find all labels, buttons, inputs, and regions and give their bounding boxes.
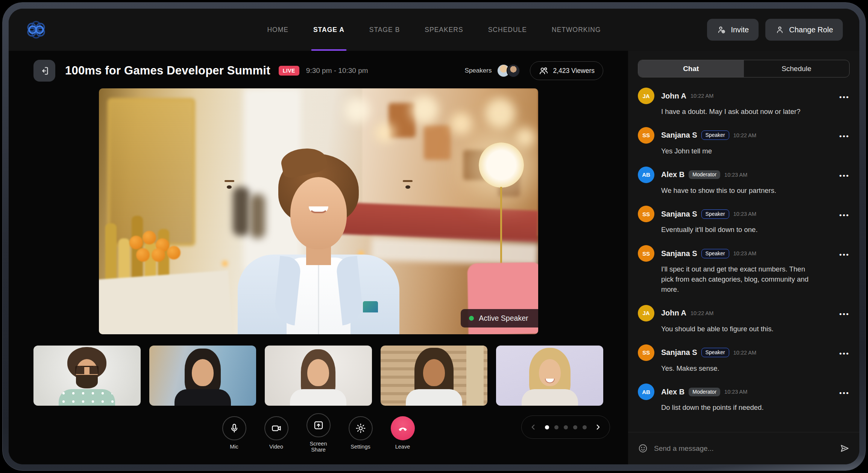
message-text: We have to show this to our partners. bbox=[661, 186, 829, 196]
send-message-button[interactable] bbox=[839, 443, 850, 453]
nav-tab-stage-b[interactable]: STAGE B bbox=[369, 9, 400, 51]
message-timestamp: 10:23 AM bbox=[724, 389, 747, 395]
participant-video-tile[interactable] bbox=[33, 346, 141, 406]
change-role-button[interactable]: Change Role bbox=[765, 19, 843, 41]
pager-dots bbox=[545, 425, 587, 429]
pager-dot[interactable] bbox=[554, 425, 558, 429]
message-menu-icon[interactable]: ••• bbox=[839, 305, 850, 321]
leave-stage-button[interactable] bbox=[33, 60, 55, 82]
nav-tab-schedule[interactable]: SCHEDULE bbox=[488, 9, 527, 51]
screen-share-button[interactable]: Screen Share bbox=[302, 413, 335, 453]
avatar: SS bbox=[638, 245, 654, 262]
sender-name: John A bbox=[661, 92, 686, 100]
sender-name: Sanjana S bbox=[661, 348, 697, 357]
participant-strip bbox=[33, 346, 603, 406]
app-screen: HOME STAGE A STAGE B SPEAKERS SCHEDULE N… bbox=[9, 9, 859, 464]
nav-tab-stage-a[interactable]: STAGE A bbox=[313, 9, 344, 51]
sender-name: Sanjana S bbox=[661, 249, 697, 258]
message-text: Do list down the points if needed. bbox=[661, 403, 829, 413]
message-timestamp: 10:23 AM bbox=[724, 172, 747, 178]
screen-share-icon bbox=[313, 420, 324, 431]
pager-dot[interactable] bbox=[583, 425, 587, 429]
message-timestamp: 10:23 AM bbox=[733, 211, 756, 217]
participant-video-tile[interactable] bbox=[149, 346, 256, 406]
message-menu-icon[interactable]: ••• bbox=[839, 88, 850, 104]
message-text: Yes John tell me bbox=[661, 146, 829, 156]
screen-share-label: Screen Share bbox=[302, 441, 335, 453]
message-menu-icon[interactable]: ••• bbox=[839, 206, 850, 222]
leave-button[interactable]: Leave bbox=[387, 413, 419, 453]
message-menu-icon[interactable]: ••• bbox=[839, 127, 850, 144]
invite-button[interactable]: Invite bbox=[707, 19, 759, 41]
pager-dot[interactable] bbox=[545, 425, 549, 429]
settings-button[interactable]: Settings bbox=[344, 413, 377, 453]
message-menu-icon[interactable]: ••• bbox=[839, 245, 850, 262]
pager-prev-button[interactable] bbox=[529, 423, 537, 431]
speakers-label: Speakers bbox=[465, 67, 492, 74]
sender-name: Sanjana S bbox=[661, 131, 697, 139]
message-timestamp: 10:22 AM bbox=[733, 350, 756, 356]
call-controls: Mic Video bbox=[9, 413, 628, 464]
stage-header: 100ms for Games Developer Summit LIVE 9:… bbox=[33, 58, 603, 83]
chat-panel: Chat Schedule JA John A 10:22 AM ••• I h… bbox=[628, 51, 859, 464]
viewers-count-button[interactable]: 2,423 Viewers bbox=[530, 61, 603, 80]
sender-name: Alex B bbox=[661, 170, 684, 179]
role-badge: Moderator bbox=[689, 170, 720, 179]
main-stage-video[interactable]: Active Speaker bbox=[99, 88, 538, 334]
participant-video-tile[interactable] bbox=[265, 346, 372, 406]
avatar: JA bbox=[638, 88, 654, 104]
people-icon bbox=[539, 66, 549, 76]
chat-message: SS Sanjana S Speaker 10:22 AM ••• Yes. M… bbox=[638, 344, 850, 374]
settings-gear-icon bbox=[355, 423, 366, 434]
mic-label: Mic bbox=[218, 444, 250, 450]
nav-tab-networking[interactable]: NETWORKING bbox=[552, 9, 601, 51]
send-icon bbox=[839, 443, 850, 453]
video-button[interactable]: Video bbox=[260, 413, 293, 453]
message-menu-icon[interactable]: ••• bbox=[839, 167, 850, 183]
leave-label: Leave bbox=[387, 444, 419, 450]
pager-dot[interactable] bbox=[564, 425, 568, 429]
message-text: I have a doubt. May I ask about now or l… bbox=[661, 107, 829, 117]
chat-message: SS Sanjana S Speaker 10:23 AM ••• I'll s… bbox=[638, 245, 850, 294]
chat-message: AB Alex B Moderator 10:23 AM ••• Do list… bbox=[638, 384, 850, 413]
role-badge: Moderator bbox=[689, 388, 720, 396]
participant-pager bbox=[521, 415, 610, 439]
change-role-label: Change Role bbox=[789, 26, 833, 34]
message-menu-icon[interactable]: ••• bbox=[839, 344, 850, 361]
participant-video-tile[interactable] bbox=[496, 346, 603, 406]
tab-schedule[interactable]: Schedule bbox=[744, 60, 850, 77]
message-input[interactable] bbox=[654, 444, 833, 453]
message-menu-icon[interactable]: ••• bbox=[839, 384, 850, 400]
active-speaker-illustration bbox=[213, 154, 424, 334]
message-timestamp: 10:22 AM bbox=[733, 132, 756, 138]
role-badge: Speaker bbox=[701, 209, 729, 219]
invite-label: Invite bbox=[731, 26, 749, 34]
chat-message: AB Alex B Moderator 10:23 AM ••• We have… bbox=[638, 167, 850, 196]
message-text: Eventually it'll boil down to one. bbox=[661, 225, 829, 235]
pager-next-button[interactable] bbox=[594, 423, 602, 431]
message-text: Yes. Makes sense. bbox=[661, 364, 829, 374]
sender-name: Sanjana S bbox=[661, 210, 697, 218]
session-time: 9:30 pm - 10:30 pm bbox=[306, 67, 368, 75]
participant-video-tile[interactable] bbox=[381, 346, 488, 406]
chat-schedule-tabs: Chat Schedule bbox=[638, 60, 850, 77]
video-label: Video bbox=[260, 444, 293, 450]
video-camera-icon bbox=[271, 423, 282, 434]
chat-message: JA John A 10:22 AM ••• I have a doubt. M… bbox=[638, 88, 850, 117]
role-badge: Speaker bbox=[701, 130, 729, 140]
tab-chat[interactable]: Chat bbox=[638, 60, 744, 77]
nav-tab-home[interactable]: HOME bbox=[267, 9, 288, 51]
mic-icon bbox=[229, 423, 240, 434]
emoji-button[interactable] bbox=[638, 443, 648, 453]
chevron-left-icon bbox=[529, 423, 537, 431]
mic-button[interactable]: Mic bbox=[218, 413, 250, 453]
top-navigation-bar: HOME STAGE A STAGE B SPEAKERS SCHEDULE N… bbox=[9, 9, 859, 51]
nav-tab-speakers[interactable]: SPEAKERS bbox=[425, 9, 463, 51]
avatar: AB bbox=[638, 384, 654, 400]
viewers-count: 2,423 Viewers bbox=[553, 67, 595, 75]
pager-dot[interactable] bbox=[573, 425, 577, 429]
message-timestamp: 10:23 AM bbox=[733, 250, 756, 256]
chat-message: SS Sanjana S Speaker 10:22 AM ••• Yes Jo… bbox=[638, 127, 850, 156]
message-timestamp: 10:22 AM bbox=[690, 93, 713, 99]
speaker-avatar[interactable] bbox=[507, 64, 520, 77]
